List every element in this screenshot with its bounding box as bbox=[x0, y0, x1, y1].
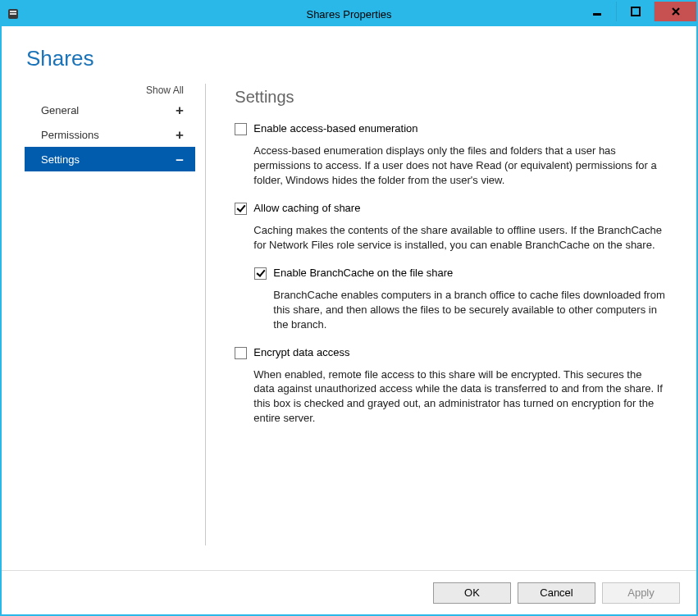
sidebar-item-label: General bbox=[41, 104, 174, 116]
sidebar-item-permissions[interactable]: Permissions + bbox=[25, 122, 195, 147]
app-icon bbox=[7, 7, 20, 21]
svg-rect-1 bbox=[10, 11, 16, 12]
sidebar-item-settings[interactable]: Settings – bbox=[25, 147, 195, 171]
apply-button[interactable]: Apply bbox=[602, 582, 680, 604]
sidebar-item-label: Permissions bbox=[41, 129, 174, 141]
section-title: Settings bbox=[235, 81, 667, 121]
option-desc: When enabled, remote file access to this… bbox=[235, 363, 667, 440]
ok-button[interactable]: OK bbox=[433, 582, 511, 604]
option-allow-caching: Allow caching of share bbox=[235, 201, 667, 215]
page-title: Shares bbox=[2, 26, 696, 81]
option-desc: Caching makes the contents of the share … bbox=[235, 218, 667, 266]
expand-icon: + bbox=[174, 128, 185, 142]
svg-rect-3 bbox=[593, 13, 601, 16]
cancel-button[interactable]: Cancel bbox=[518, 582, 595, 604]
checkbox-enable-abe[interactable] bbox=[235, 123, 247, 135]
checkbox-enable-branchcache[interactable] bbox=[254, 267, 267, 280]
collapse-icon: – bbox=[174, 153, 185, 167]
button-bar: OK Cancel Apply bbox=[2, 570, 696, 614]
option-label[interactable]: Encrypt data access bbox=[253, 345, 349, 358]
sidebar-item-label: Settings bbox=[41, 153, 174, 166]
option-label[interactable]: Enable access-based enumeration bbox=[253, 121, 417, 135]
show-all-link[interactable]: Show All bbox=[25, 83, 195, 98]
sidebar-item-general[interactable]: General + bbox=[25, 98, 195, 122]
option-label[interactable]: Allow caching of share bbox=[253, 201, 360, 214]
window: Shares Properties Shares Show All Genera… bbox=[0, 0, 698, 616]
titlebar[interactable]: Shares Properties bbox=[2, 2, 696, 26]
option-enable-abe: Enable access-based enumeration bbox=[235, 121, 667, 135]
main-content: Settings Enable access-based enumeration… bbox=[221, 81, 673, 570]
window-body: Shares Show All General + Permissions + … bbox=[2, 26, 696, 614]
option-desc: Access-based enumeration displays only t… bbox=[235, 139, 667, 201]
sub-option-group: Enable BranchCache on the file share Bra… bbox=[235, 266, 667, 345]
close-button[interactable] bbox=[654, 2, 696, 21]
option-label[interactable]: Enable BranchCache on the file share bbox=[273, 266, 453, 279]
option-desc: BranchCache enables computers in a branc… bbox=[254, 283, 667, 345]
maximize-button[interactable] bbox=[616, 2, 654, 21]
layout: Show All General + Permissions + Setting… bbox=[2, 81, 696, 570]
window-controls bbox=[578, 2, 696, 21]
minimize-button[interactable] bbox=[578, 2, 616, 21]
checkbox-allow-caching[interactable] bbox=[235, 203, 247, 215]
sidebar: Show All General + Permissions + Setting… bbox=[25, 81, 195, 570]
svg-rect-4 bbox=[632, 7, 640, 16]
checkbox-encrypt-data[interactable] bbox=[235, 347, 247, 359]
svg-rect-2 bbox=[10, 13, 16, 15]
option-enable-branchcache: Enable BranchCache on the file share bbox=[254, 266, 667, 280]
expand-icon: + bbox=[174, 103, 185, 117]
option-encrypt-data: Encrypt data access bbox=[235, 345, 667, 359]
